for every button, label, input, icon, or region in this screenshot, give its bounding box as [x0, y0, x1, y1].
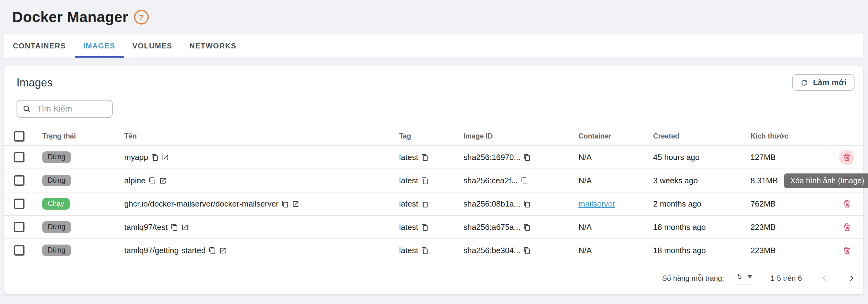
image-name: ghcr.io/docker-mailserver/docker-mailser… [124, 199, 279, 209]
delete-image-button[interactable] [839, 150, 854, 165]
container-value: N/A [579, 176, 592, 185]
trash-icon [842, 153, 851, 162]
image-id-value: sha256:cea2f... [463, 176, 518, 185]
tab-containers[interactable]: CONTAINERS [4, 34, 75, 58]
delete-image-button[interactable] [839, 220, 854, 234]
images-panel: Làm mới Images Trạng thái Tên Tag Image … [4, 65, 863, 294]
size-value: 223MB [750, 222, 830, 232]
open-in-new-icon[interactable] [159, 177, 166, 184]
copy-icon[interactable] [149, 177, 156, 184]
image-id-value: sha256:be304... [463, 246, 521, 255]
open-in-new-icon[interactable] [162, 154, 169, 161]
copy-icon[interactable] [421, 154, 429, 161]
container-link[interactable]: mailserver [579, 199, 615, 209]
row-checkbox[interactable] [14, 152, 25, 162]
table-body: Dừng myapp latest sha256:16970... N/A 45… [4, 146, 863, 262]
image-name: alpine [124, 176, 145, 185]
refresh-icon [800, 78, 809, 87]
refresh-button[interactable]: Làm mới [792, 74, 855, 91]
copy-icon[interactable] [282, 200, 289, 208]
trash-icon [842, 246, 851, 255]
created-value: 3 weeks ago [653, 176, 750, 185]
size-value: 762MB [750, 199, 830, 209]
size-value: 223MB [750, 246, 830, 255]
search-input[interactable] [35, 104, 106, 114]
tag-value: latest [399, 176, 418, 185]
tab-volumes[interactable]: VOLUMES [124, 34, 181, 58]
copy-icon[interactable] [421, 200, 429, 208]
tag-value: latest [399, 222, 418, 232]
copy-icon[interactable] [151, 154, 159, 161]
delete-image-button[interactable] [839, 196, 854, 211]
rows-per-page-label: Số hàng mỗi trang: [662, 274, 724, 282]
docker-manager-app: Docker Manager ? CONTAINERS IMAGES VOLUM… [0, 0, 868, 304]
copy-icon[interactable] [521, 177, 528, 184]
status-badge: Dừng [42, 175, 71, 186]
col-image-id: Image ID [463, 132, 579, 140]
copy-icon[interactable] [524, 247, 531, 254]
created-value: 18 months ago [653, 222, 750, 232]
open-in-new-icon[interactable] [292, 200, 299, 208]
tag-value: latest [399, 153, 418, 162]
trash-icon [842, 222, 851, 232]
tag-value: latest [399, 246, 418, 255]
select-all-checkbox[interactable] [14, 131, 25, 141]
previous-page-button[interactable] [820, 274, 829, 282]
container-value: N/A [579, 153, 592, 162]
copy-icon[interactable] [524, 154, 531, 161]
next-page-button[interactable] [847, 274, 856, 282]
chevron-right-icon [847, 274, 856, 282]
table-header-row: Trạng thái Tên Tag Image ID Container Cr… [4, 127, 863, 146]
trash-icon [842, 199, 851, 209]
col-tag: Tag [399, 132, 463, 140]
copy-icon[interactable] [524, 200, 531, 208]
open-in-new-icon[interactable] [181, 223, 189, 231]
copy-icon[interactable] [524, 223, 531, 231]
rows-per-page-select[interactable]: 5 [736, 272, 753, 284]
help-icon[interactable]: ? [134, 10, 149, 25]
size-value: 127MB [750, 153, 830, 162]
image-name: tamlq97/test [124, 222, 168, 232]
panel-title: Images [17, 77, 851, 89]
container-value: N/A [579, 222, 592, 232]
delete-tooltip: Xóa hình ảnh (Image) [784, 173, 868, 188]
col-created: Created [653, 132, 750, 140]
tab-images[interactable]: IMAGES [75, 34, 124, 58]
row-checkbox[interactable] [14, 199, 25, 209]
caret-down-icon [747, 275, 752, 278]
pagination-range: 1-5 trên 6 [770, 274, 802, 282]
image-id-value: sha256:16970... [463, 153, 521, 162]
page-header: Docker Manager ? [0, 0, 868, 26]
container-value: N/A [579, 246, 592, 255]
tab-networks[interactable]: NETWORKS [181, 34, 245, 58]
image-name: tamlq97/getting-started [124, 246, 206, 255]
copy-icon[interactable] [421, 247, 429, 254]
table-row: Dừng tamlq97/test latest sha256:a675a...… [4, 216, 863, 239]
tab-bar: CONTAINERS IMAGES VOLUMES NETWORKS [4, 34, 863, 58]
table-row: Dừng alpine latest sha256:cea2f... N/A 3… [4, 169, 863, 192]
status-badge: Dừng [42, 151, 71, 163]
rows-per-page-value: 5 [738, 272, 742, 281]
copy-icon[interactable] [171, 223, 178, 231]
search-icon [23, 105, 31, 113]
row-checkbox[interactable] [14, 245, 25, 255]
delete-image-button[interactable] [839, 243, 854, 258]
row-checkbox[interactable] [14, 222, 25, 232]
col-size: Kích thước [750, 132, 830, 140]
image-name: myapp [124, 153, 148, 162]
row-checkbox[interactable] [14, 175, 25, 186]
copy-icon[interactable] [209, 247, 216, 254]
status-badge: Chạy [42, 198, 70, 210]
copy-icon[interactable] [421, 223, 429, 231]
images-table: Trạng thái Tên Tag Image ID Container Cr… [4, 127, 863, 262]
search-box [17, 100, 113, 118]
created-value: 18 months ago [653, 246, 750, 255]
status-badge: Dừng [42, 245, 71, 256]
col-status: Trạng thái [42, 132, 124, 140]
image-id-value: sha256:08b1a... [463, 199, 521, 209]
col-name: Tên [124, 132, 399, 140]
open-in-new-icon[interactable] [219, 247, 226, 254]
image-id-value: sha256:a675a... [463, 222, 521, 232]
created-value: 2 months ago [653, 199, 750, 209]
copy-icon[interactable] [421, 177, 429, 184]
